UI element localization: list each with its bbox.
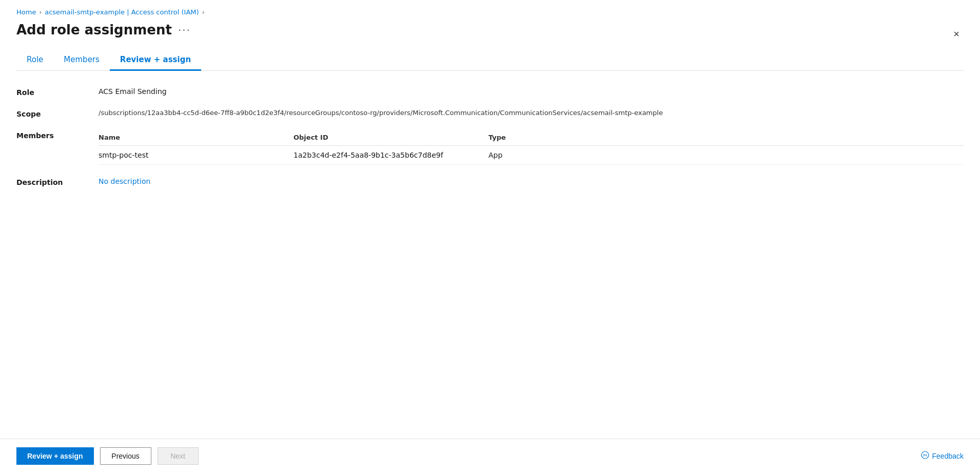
member-object-id: 1a2b3c4d-e2f4-5aa8-9b1c-3a5b6c7d8e9f	[293, 146, 488, 165]
breadcrumb-sep-2: ›	[202, 9, 205, 16]
member-name: smtp-poc-test	[99, 146, 293, 165]
review-assign-button[interactable]: Review + assign	[16, 447, 94, 465]
breadcrumb-iam[interactable]: acsemail-smtp-example | Access control (…	[45, 8, 199, 16]
next-button: Next	[158, 447, 199, 465]
footer: Review + assign Previous Next Feedback	[0, 439, 980, 473]
breadcrumb-home[interactable]: Home	[16, 8, 36, 16]
role-field-row: Role ACS Email Sending	[16, 87, 964, 97]
col-header-name: Name	[99, 130, 293, 146]
breadcrumb-sep-1: ›	[39, 9, 42, 16]
close-button[interactable]: ×	[949, 27, 964, 41]
tab-members[interactable]: Members	[53, 50, 110, 71]
members-section: Members Name Object ID Type smtp-poc-tes…	[16, 130, 964, 165]
tabs-container: Role Members Review + assign	[16, 50, 964, 71]
scope-value: /subscriptions/12aa3bb4-cc5d-d6ee-7ff8-a…	[99, 109, 663, 117]
scope-label: Scope	[16, 109, 99, 118]
role-label: Role	[16, 87, 99, 97]
breadcrumb: Home › acsemail-smtp-example | Access co…	[16, 8, 964, 16]
svg-point-2	[926, 454, 927, 455]
members-table-wrap: Name Object ID Type smtp-poc-test 1a2b3c…	[99, 130, 964, 165]
description-field-row: Description No description	[16, 177, 964, 186]
more-options-icon[interactable]: ···	[178, 24, 191, 36]
feedback-icon	[921, 451, 929, 461]
page-header: Add role assignment ···	[16, 22, 964, 37]
members-table: Name Object ID Type smtp-poc-test 1a2b3c…	[99, 130, 964, 165]
col-header-object-id: Object ID	[293, 130, 488, 146]
feedback-label: Feedback	[932, 452, 964, 460]
table-row: smtp-poc-test 1a2b3c4d-e2f4-5aa8-9b1c-3a…	[99, 146, 964, 165]
tab-review-assign[interactable]: Review + assign	[110, 50, 201, 71]
member-type: App	[488, 146, 964, 165]
role-value: ACS Email Sending	[99, 87, 167, 96]
feedback-button[interactable]: Feedback	[921, 451, 964, 461]
content-area: Role ACS Email Sending Scope /subscripti…	[16, 87, 964, 439]
description-label: Description	[16, 177, 99, 186]
previous-button[interactable]: Previous	[100, 447, 151, 465]
page-title: Add role assignment	[16, 22, 172, 37]
members-label: Members	[16, 130, 99, 140]
tab-role[interactable]: Role	[16, 50, 53, 71]
scope-field-row: Scope /subscriptions/12aa3bb4-cc5d-d6ee-…	[16, 109, 964, 118]
description-value: No description	[99, 177, 150, 185]
svg-point-1	[923, 454, 924, 455]
col-header-type: Type	[488, 130, 964, 146]
